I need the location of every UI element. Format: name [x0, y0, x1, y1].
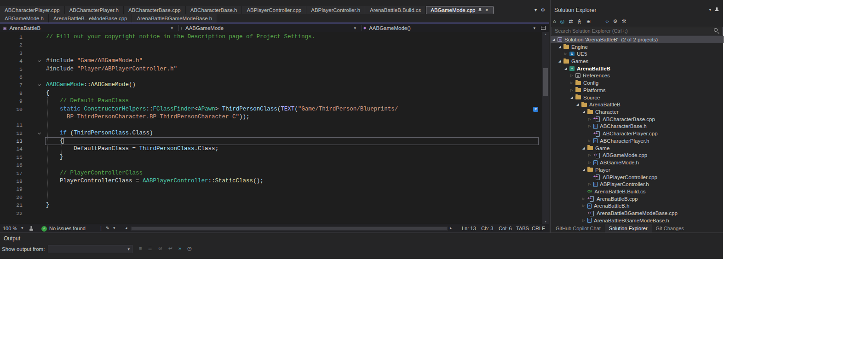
tree-item-arenabattlebgamemodebase-cpp[interactable]: ArenaBattleBGameModeBase.cpp	[551, 209, 724, 217]
fold-chevron-icon[interactable]	[38, 83, 41, 86]
code-line-5[interactable]: 5#include "Player/ABPlayerController.h"	[0, 65, 549, 73]
vertical-scrollbar[interactable]: ▴ ▾	[542, 32, 549, 224]
tree-item-source[interactable]: ◢Source	[551, 94, 724, 101]
zoom-control[interactable]: 100 %	[3, 226, 17, 231]
chevron-expanded-icon[interactable]: ◢	[582, 146, 587, 150]
code-line-20[interactable]: 20	[0, 193, 549, 201]
chevron-collapsed-icon[interactable]: ▷	[582, 204, 587, 208]
tab-arenabattleb-build-cs[interactable]: ArenaBattleB.Build.cs	[365, 6, 426, 14]
tree-item-engine[interactable]: ◢Engine	[551, 43, 724, 51]
horizontal-scrollbar[interactable]	[131, 227, 448, 231]
tree-item-abcharacterbase-h[interactable]: ▷hABCharacterBase.h	[551, 123, 724, 130]
chevron-collapsed-icon[interactable]: ▷	[570, 81, 575, 85]
type-dropdown[interactable]: ↓ AABGameMode ▾	[180, 23, 359, 32]
issues-status[interactable]: No issues found	[49, 226, 86, 231]
panel-tab-github-copilot-chat[interactable]: GitHub Copilot Chat	[552, 224, 605, 233]
build-tools-icon[interactable]: ⚒	[621, 18, 626, 24]
code-line-12[interactable]: 12 if (ThirdPersonClass.Class)	[0, 129, 549, 137]
code-line-22[interactable]: 22	[0, 209, 549, 217]
messages-list-icon[interactable]: ≡	[139, 245, 142, 251]
indent-mode-indicator[interactable]: TABS	[516, 226, 529, 231]
code-line-3[interactable]: 3	[0, 49, 549, 57]
line-ending-indicator[interactable]: CRLF	[532, 226, 545, 231]
scrollbar-thumb[interactable]	[543, 68, 548, 96]
tree-item-game[interactable]: ◢Game	[551, 145, 724, 152]
chevron-expanded-icon[interactable]: ◢	[558, 59, 563, 63]
chevron-collapsed-icon[interactable]: ▷	[588, 124, 593, 128]
code-line-11[interactable]: 11	[0, 121, 549, 129]
tree-item-ue5[interactable]: ▷UUE5	[551, 50, 724, 58]
chevron-collapsed-icon[interactable]: ▷	[582, 197, 587, 201]
chevron-down-icon[interactable]: ▾	[21, 226, 23, 230]
tree-item-abcharacterplayer-h[interactable]: ▷hABCharacterPlayer.h	[551, 137, 724, 145]
scroll-down-icon[interactable]: ▾	[542, 220, 549, 224]
code-line-4[interactable]: 4#include "Game/ABGameMode.h"	[0, 57, 549, 65]
tree-item-abplayercontroller-cpp[interactable]: ABPlayerController.cpp	[551, 174, 724, 181]
view-code-icon[interactable]: ‹›	[605, 18, 609, 24]
code-line-16[interactable]: 16	[0, 161, 549, 169]
chevron-expanded-icon[interactable]: ◢	[582, 110, 587, 114]
tree-item-abplayercontroller-h[interactable]: ▷hABPlayerController.h	[551, 180, 724, 188]
close-icon[interactable]: ✕	[485, 8, 489, 12]
fold-chevron-icon[interactable]	[38, 59, 41, 62]
tree-item-solution-arenabattleb-2-of-2-projects[interactable]: ◢Solution 'ArenaBattleB' (2 of 2 project…	[551, 36, 724, 43]
tree-item-abcharacterplayer-cpp[interactable]: ABCharacterPlayer.cpp	[551, 130, 724, 137]
code-line-13[interactable]: 13 {	[0, 137, 549, 145]
collapse-all-icon[interactable]: ≪	[577, 18, 583, 24]
code-line-7[interactable]: 7AABGameMode::AABGameMode()	[0, 81, 549, 89]
tab-arenabattlebgamemodebase-h[interactable]: ArenaBattleBGameModeBase.h	[132, 14, 217, 23]
tab-abgamemode-h[interactable]: ABGameMode.h	[0, 14, 49, 23]
chevron-collapsed-icon[interactable]: ▷	[588, 117, 593, 121]
chevron-collapsed-icon[interactable]: ▷	[570, 88, 575, 92]
show-all-files-icon[interactable]: ⊞	[586, 18, 591, 24]
chevron-down-icon[interactable]: ▾	[113, 226, 115, 230]
tab-arenabattleb-emodebase-cpp[interactable]: ArenaBattleB...eModeBase.cpp	[49, 14, 132, 23]
chevron-collapsed-icon[interactable]: ▷	[588, 161, 593, 164]
tab-abcharacterplayer-cpp[interactable]: ABCharacterPlayer.cpp	[0, 6, 65, 14]
code-line-wrap[interactable]: BP_ThirdPersonCharacter.BP_ThirdPersonCh…	[0, 113, 549, 121]
panel-tab-solution-explorer[interactable]: Solution Explorer	[605, 224, 652, 233]
code-editor[interactable]: 1// Fill out your copyright notice in th…	[0, 32, 549, 224]
no-issues-icon[interactable]: ✓	[41, 226, 47, 232]
code-line-10[interactable]: 10 static ConstructorHelpers::FClassFind…	[0, 105, 549, 113]
chevron-collapsed-icon[interactable]: ▷	[588, 182, 593, 186]
scroll-left-icon[interactable]: ◂	[125, 226, 127, 230]
tab-abcharacterbase-cpp[interactable]: ABCharacterBase.cpp	[124, 6, 186, 14]
search-icon[interactable]	[714, 28, 719, 33]
tree-item-arenabattlebgamemodebase-h[interactable]: ▷hArenaBattleBGameModeBase.h	[551, 217, 724, 224]
code-line-6[interactable]: 6	[0, 73, 549, 81]
tab-abplayercontroller-h[interactable]: ABPlayerController.h	[306, 6, 365, 14]
code-line-2[interactable]: 2	[0, 41, 549, 49]
chevron-expanded-icon[interactable]: ◢	[570, 96, 575, 99]
char-indicator[interactable]: Ch: 3	[481, 226, 493, 231]
tree-item-arenabattleb-cpp[interactable]: ▷ArenaBattleB.cpp	[551, 195, 724, 203]
chevron-expanded-icon[interactable]: ◢	[552, 38, 558, 41]
search-input[interactable]	[552, 27, 723, 35]
tree-item-abgamemode-h[interactable]: ▷hABGameMode.h	[551, 159, 724, 166]
scroll-up-icon[interactable]: ▴	[542, 32, 549, 36]
tab-abcharacterplayer-h[interactable]: ABCharacterPlayer.h	[65, 6, 124, 14]
tree-item-arenabattleb[interactable]: ◢ArenaBattleB	[551, 101, 724, 108]
chevron-expanded-icon[interactable]: ◢	[582, 168, 587, 172]
switch-views-icon[interactable]: ⌂	[553, 18, 556, 24]
pending-changes-filter-icon[interactable]: ◎	[560, 18, 565, 24]
code-line-8[interactable]: 8{	[0, 89, 549, 97]
person-icon[interactable]	[29, 226, 34, 231]
panel-tab-git-changes[interactable]: Git Changes	[652, 224, 688, 233]
tree-item-arenabattleb-build-cs[interactable]: C#ArenaBattleB.Build.cs	[551, 188, 724, 195]
tree-item-arenabattleb[interactable]: ◢+ArenaBattleB	[551, 65, 724, 72]
word-wrap-icon[interactable]: ↩	[168, 245, 172, 251]
chevron-collapsed-icon[interactable]: ▷	[570, 74, 575, 77]
pin-icon[interactable]	[478, 8, 482, 13]
code-line-9[interactable]: 9 // Default PawnClass	[0, 97, 549, 105]
chevron-expanded-icon[interactable]: ◢	[576, 103, 581, 106]
code-line-21[interactable]: 21}	[0, 201, 549, 209]
tree-item-config[interactable]: ▷Config	[551, 79, 724, 87]
tree-item-abgamemode-cpp[interactable]: ▷ABGameMode.cpp	[551, 152, 724, 159]
timestamp-icon[interactable]: ◷	[187, 245, 192, 251]
chevron-expanded-icon[interactable]: ◢	[564, 67, 569, 70]
suggestion-marker-icon[interactable]: P	[533, 107, 538, 112]
autoscroll-icon[interactable]: »	[178, 245, 181, 251]
tab-list-dropdown-icon[interactable]: ▾	[535, 7, 537, 12]
project-dropdown[interactable]: ▣ ArenaBattleB ▾	[3, 23, 176, 32]
